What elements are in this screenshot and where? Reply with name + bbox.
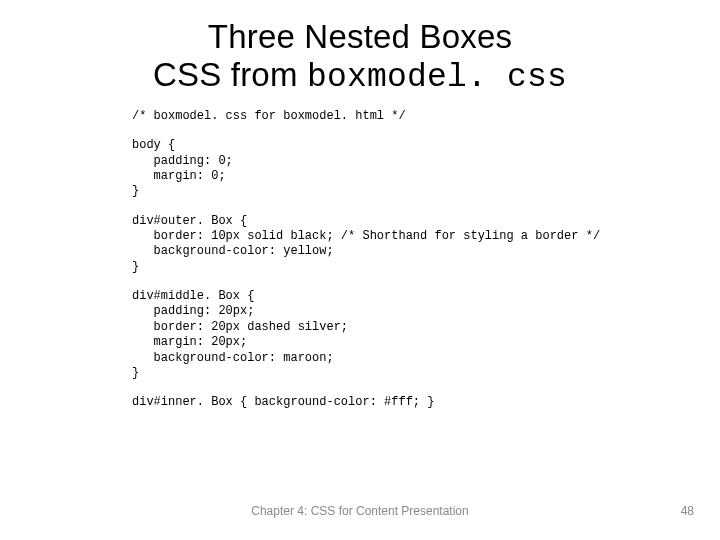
footer-chapter: Chapter 4: CSS for Content Presentation <box>0 504 720 518</box>
title-line-1: Three Nested Boxes <box>0 18 720 56</box>
title-mono: boxmodel. css <box>307 59 567 96</box>
title-prefix: CSS from <box>153 56 307 93</box>
footer-page-number: 48 <box>681 504 694 518</box>
code-listing: /* boxmodel. css for boxmodel. html */bo… <box>0 109 720 411</box>
code-inner-rule: div#inner. Box { background-color: #fff;… <box>132 395 720 410</box>
code-outer-rule: div#outer. Box { border: 10px solid blac… <box>132 214 720 275</box>
slide: Three Nested Boxes CSS from boxmodel. cs… <box>0 0 720 540</box>
title-line-2: CSS from boxmodel. css <box>0 56 720 97</box>
slide-footer: Chapter 4: CSS for Content Presentation … <box>0 504 720 522</box>
code-middle-rule: div#middle. Box { padding: 20px; border:… <box>132 289 720 381</box>
code-body-rule: body { padding: 0; margin: 0; } <box>132 138 720 199</box>
slide-title: Three Nested Boxes CSS from boxmodel. cs… <box>0 18 720 97</box>
code-comment: /* boxmodel. css for boxmodel. html */ <box>132 109 720 124</box>
